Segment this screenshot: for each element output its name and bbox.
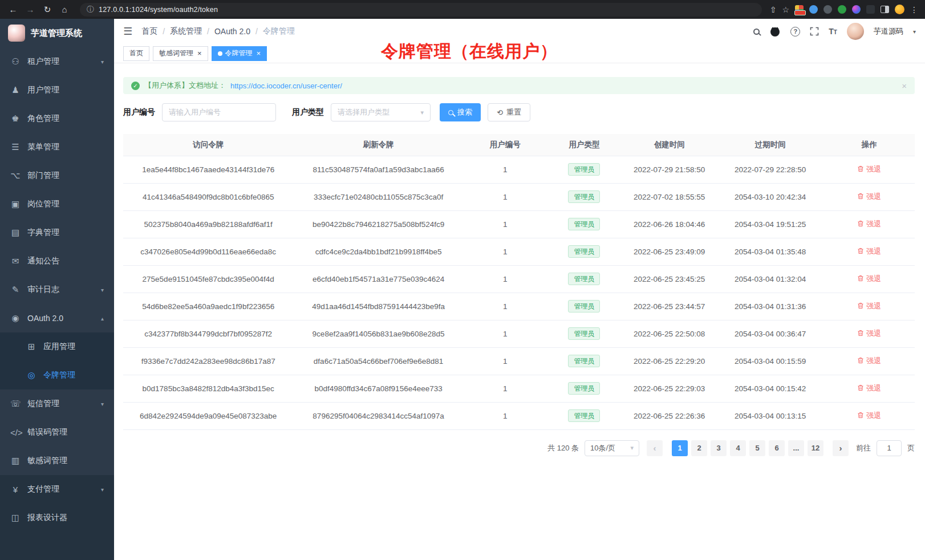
- breadcrumb-item[interactable]: 令牌管理: [263, 26, 295, 36]
- table-row: b0d1785bc3a8482f812db4a3f3bd15ecb0df4980…: [123, 375, 915, 402]
- doc-link[interactable]: https://doc.iocoder.cn/user-center/: [230, 82, 342, 90]
- collapse-menu-icon[interactable]: ☰: [123, 25, 132, 38]
- pager-page-button[interactable]: 3: [711, 440, 727, 456]
- create-time-cell: 2022-06-25 23:44:57: [622, 293, 717, 320]
- force-logout-button[interactable]: 强退: [857, 192, 881, 202]
- expire-time-cell: 2054-03-04 01:35:48: [717, 238, 823, 265]
- force-logout-button[interactable]: 强退: [857, 356, 881, 366]
- force-logout-button[interactable]: 强退: [857, 328, 881, 339]
- sidebar-item-role[interactable]: ♚角色管理: [0, 104, 114, 133]
- breadcrumb-item[interactable]: 首页: [141, 26, 157, 36]
- sidebar-item-sensitive[interactable]: ▥敏感词管理: [0, 447, 114, 475]
- extension-icon[interactable]: [809, 5, 818, 14]
- sidebar-item-notice[interactable]: ✉通知公告: [0, 247, 114, 275]
- refresh-token-cell: 8796295f04064c2983414cc54af1097a: [293, 402, 463, 429]
- search-button-label: 搜索: [457, 107, 472, 117]
- search-button[interactable]: 搜索: [440, 103, 481, 121]
- dict-icon: ▤: [10, 228, 21, 238]
- breadcrumb-item[interactable]: OAuth 2.0: [214, 27, 250, 36]
- logo-row[interactable]: 芋道管理系统: [0, 19, 114, 47]
- force-logout-button[interactable]: 强退: [857, 301, 881, 311]
- share-icon[interactable]: ⇧: [770, 5, 777, 14]
- pager-page-button[interactable]: 2: [691, 440, 707, 456]
- github-icon[interactable]: [769, 26, 781, 37]
- pager-page-button[interactable]: 6: [769, 440, 785, 456]
- force-logout-button[interactable]: 强退: [857, 219, 881, 229]
- force-logout-button[interactable]: 强退: [857, 383, 881, 393]
- site-info-icon[interactable]: ⓘ: [87, 5, 94, 15]
- user-type-badge: 管理员: [568, 245, 600, 258]
- sidebar-item-oauth2-token[interactable]: ◎令牌管理: [0, 361, 114, 389]
- bookmark-star-icon[interactable]: ☆: [782, 5, 789, 14]
- prev-page-button[interactable]: ‹: [647, 440, 663, 456]
- extension-icon[interactable]: [823, 5, 832, 14]
- browser-profile-avatar[interactable]: [895, 5, 904, 14]
- tab-close-icon[interactable]: ×: [257, 50, 261, 57]
- extension-icon[interactable]: [795, 5, 804, 14]
- extension-icon[interactable]: [852, 5, 861, 14]
- forward-icon[interactable]: →: [23, 3, 38, 17]
- sidebar-item-dept[interactable]: ⌥部门管理: [0, 161, 114, 190]
- pager-ellipsis[interactable]: ...: [788, 440, 804, 456]
- user-avatar[interactable]: [847, 23, 864, 40]
- url-text: 127.0.0.1:1024/system/oauth2/token: [99, 6, 218, 14]
- reset-button[interactable]: ⟲ 重置: [488, 103, 530, 121]
- tab-sensitive[interactable]: 敏感词管理×: [153, 46, 208, 61]
- pager-page-button[interactable]: 12: [808, 440, 823, 456]
- pager-page-button[interactable]: 1: [672, 440, 688, 456]
- sidebar-item-errcode[interactable]: </>错误码管理: [0, 418, 114, 447]
- pager-page-button[interactable]: 5: [749, 440, 765, 456]
- extension-icon[interactable]: [838, 5, 846, 14]
- user-name[interactable]: 芋道源码: [874, 26, 903, 36]
- sidebar-item-label: 通知公告: [27, 256, 104, 266]
- sidebar-item-user[interactable]: ♟用户管理: [0, 76, 114, 104]
- expire-time-cell: 2054-03-04 19:51:25: [717, 210, 823, 238]
- extension-icon[interactable]: [866, 5, 875, 14]
- create-time-cell: 2022-06-25 22:29:03: [622, 375, 717, 402]
- chevron-down-icon: ▾: [101, 59, 104, 65]
- sidebar-item-pay[interactable]: ¥支付管理▾: [0, 475, 114, 504]
- sidebar-item-dict[interactable]: ▤字典管理: [0, 218, 114, 247]
- search-icon[interactable]: [753, 29, 760, 35]
- sidebar-item-post[interactable]: ▣岗位管理: [0, 190, 114, 218]
- chevron-down-icon[interactable]: ▾: [913, 29, 916, 35]
- tab-close-icon[interactable]: ×: [197, 50, 202, 57]
- back-icon[interactable]: ←: [6, 3, 21, 17]
- goto-page-input[interactable]: [877, 440, 902, 456]
- help-icon[interactable]: ?: [790, 27, 800, 36]
- force-logout-button[interactable]: 强退: [857, 164, 881, 175]
- user-type-select[interactable]: 请选择用户类型 ▾: [331, 103, 431, 121]
- force-logout-label: 强退: [866, 219, 881, 229]
- force-logout-button[interactable]: 强退: [857, 411, 881, 421]
- tab-token[interactable]: 令牌管理×: [212, 46, 267, 61]
- page-size-select[interactable]: 10条/页 ▾: [585, 440, 639, 456]
- next-page-button[interactable]: ›: [833, 440, 849, 456]
- force-logout-button[interactable]: 强退: [857, 274, 881, 284]
- sidebar-menu-wrap: ⚇租户管理▾♟用户管理♚角色管理☰菜单管理⌥部门管理▣岗位管理▤字典管理✉通知公…: [0, 47, 114, 560]
- fullscreen-icon[interactable]: [810, 27, 819, 36]
- tab-home[interactable]: 首页: [123, 46, 149, 61]
- force-logout-button[interactable]: 强退: [857, 246, 881, 257]
- trash-icon: [857, 412, 864, 420]
- pager-page-button[interactable]: 4: [730, 440, 746, 456]
- sidebar-item-oauth2[interactable]: ◉OAuth 2.0▴: [0, 304, 114, 332]
- url-bar[interactable]: ⓘ 127.0.0.1:1024/system/oauth2/token: [80, 3, 762, 17]
- column-header: 用户编号: [464, 134, 547, 156]
- sidebar-item-menu[interactable]: ☰菜单管理: [0, 133, 114, 161]
- breadcrumb-item[interactable]: 系统管理: [170, 26, 202, 36]
- sidebar-item-audit[interactable]: ✎审计日志▾: [0, 275, 114, 304]
- user-id-input[interactable]: 请输入用户编号: [162, 103, 276, 121]
- font-size-icon[interactable]: TT: [829, 27, 837, 36]
- sidebar-item-oauth2-app[interactable]: ⊞应用管理: [0, 332, 114, 361]
- user-type-cell: 管理员: [547, 210, 622, 238]
- sidebar-item-tenant[interactable]: ⚇租户管理▾: [0, 47, 114, 76]
- sidebar-toggle-icon[interactable]: [881, 6, 889, 13]
- home-icon[interactable]: ⌂: [57, 3, 72, 17]
- browser-menu-icon[interactable]: ⋮: [910, 5, 918, 14]
- sidebar-item-report[interactable]: ◫报表设计器: [0, 504, 114, 532]
- sidebar-item-sms[interactable]: ☏短信管理▾: [0, 389, 114, 418]
- trash-icon: [857, 275, 864, 283]
- expire-time-cell: 2054-03-04 00:36:47: [717, 320, 823, 347]
- alert-close-icon[interactable]: ×: [902, 81, 907, 91]
- reload-icon[interactable]: ↻: [40, 3, 55, 17]
